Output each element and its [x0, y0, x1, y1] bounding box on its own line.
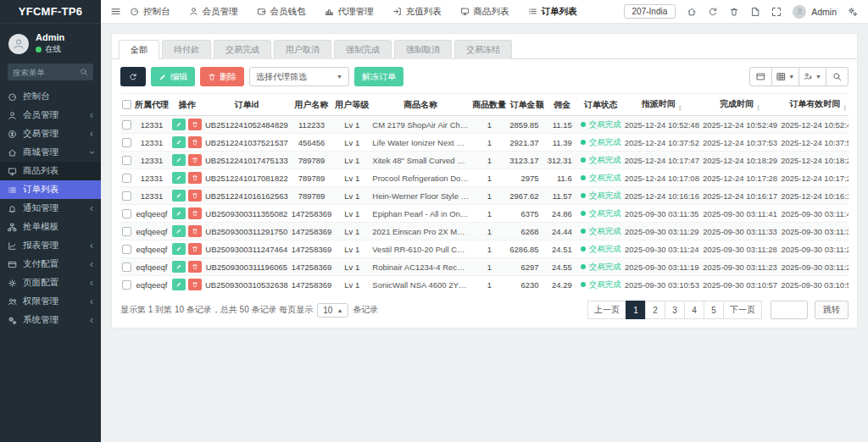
sidebar-item-orders[interactable]: 订单列表 — [0, 180, 101, 199]
next-page-button[interactable]: 下一页 — [723, 301, 762, 319]
row-checkbox[interactable] — [122, 262, 131, 272]
row-edit-button[interactable] — [172, 261, 186, 273]
search-toggle-button[interactable] — [826, 67, 849, 86]
page-jump-input[interactable] — [771, 301, 808, 319]
sort-icon[interactable]: ▲▼ — [756, 104, 760, 111]
column-header-complete_time[interactable]: 完成时间▲▼ — [701, 94, 779, 116]
edit-button[interactable]: 编辑 — [151, 67, 195, 86]
page-button-1[interactable]: 1 — [626, 301, 646, 319]
row-edit-button[interactable] — [172, 172, 186, 184]
export-button[interactable]: ▼ — [798, 67, 826, 86]
row-edit-button[interactable] — [172, 119, 186, 130]
tab-0[interactable]: 全部 — [119, 40, 159, 59]
row-checkbox[interactable] — [122, 209, 131, 218]
row-edit-button[interactable] — [172, 279, 186, 290]
sidebar-item-member[interactable]: 会员管理‹ — [0, 106, 101, 124]
row-checkbox[interactable] — [122, 120, 131, 130]
page-button-3[interactable]: 3 — [665, 301, 685, 319]
tab-4[interactable]: 强制完成 — [334, 40, 392, 59]
row-delete-button[interactable] — [188, 190, 202, 202]
select-all-checkbox[interactable] — [122, 100, 131, 109]
refresh-button[interactable] — [120, 67, 146, 86]
page-button-4[interactable]: 4 — [684, 301, 704, 319]
file-icon[interactable] — [750, 7, 760, 17]
sort-icon[interactable]: ▲▼ — [843, 104, 847, 111]
sidebar-item-report[interactable]: 报表管理‹ — [0, 236, 101, 255]
fullscreen-icon[interactable] — [771, 7, 782, 17]
delete-button[interactable]: 删除 — [200, 67, 244, 86]
sidebar-item-console[interactable]: 控制台 — [0, 87, 101, 106]
row-delete-button[interactable] — [188, 136, 202, 148]
unfreeze-orders-button[interactable]: 解冻订单 — [354, 67, 403, 86]
row-checkbox[interactable] — [122, 138, 131, 147]
row-delete-button[interactable] — [188, 207, 202, 219]
sidebar-item-system[interactable]: 系统管理‹ — [0, 311, 101, 329]
sidebar-item-pay[interactable]: 支付配置‹ — [0, 255, 101, 273]
tab-5[interactable]: 强制取消 — [394, 40, 452, 59]
row-delete-button[interactable] — [188, 154, 202, 166]
sidebar-item-perm[interactable]: 权限管理‹ — [0, 292, 101, 311]
page-jump-button[interactable]: 跳转 — [815, 301, 849, 319]
sort-icon[interactable]: ▲▼ — [678, 104, 682, 111]
page-button-2[interactable]: 2 — [645, 301, 665, 319]
tab-3[interactable]: 用户取消 — [274, 40, 331, 59]
column-header-assign_time[interactable]: 指派时间▲▼ — [623, 94, 701, 116]
page-size-select[interactable]: 10▲ — [317, 303, 348, 318]
nav-item-agent[interactable]: 代理管理 — [325, 6, 374, 18]
trash-icon — [208, 73, 216, 81]
sidebar-item-goods[interactable]: 商品列表 — [0, 162, 101, 180]
row-edit-button[interactable] — [172, 225, 186, 237]
sidebar-item-grab[interactable]: 抢单模板 — [0, 218, 101, 236]
row-checkbox[interactable] — [122, 156, 131, 165]
row-delete-button[interactable] — [188, 261, 202, 273]
toggle-view-button[interactable] — [749, 67, 772, 86]
refresh-icon[interactable] — [708, 7, 718, 17]
row-delete-button[interactable] — [188, 243, 202, 255]
row-delete-button[interactable] — [188, 172, 202, 184]
row-checkbox[interactable] — [122, 191, 131, 201]
row-checkbox[interactable] — [122, 227, 131, 236]
prev-page-button[interactable]: 上一页 — [587, 301, 626, 319]
columns-button[interactable]: ▼ — [771, 67, 799, 86]
row-edit-button[interactable] — [172, 207, 186, 219]
user-menu[interactable]: Admin — [793, 5, 837, 19]
row-edit-button[interactable] — [172, 154, 186, 166]
column-header-valid_time[interactable]: 订单有效时间▲▼ — [779, 94, 849, 116]
row-delete-button[interactable] — [188, 279, 202, 290]
home-icon[interactable] — [687, 7, 697, 17]
status-label: 交易完成 — [589, 137, 621, 148]
row-delete-button[interactable] — [188, 119, 202, 130]
sidebar-item-trade[interactable]: 交易管理‹ — [0, 124, 101, 143]
tab-6[interactable]: 交易冻结 — [454, 40, 512, 59]
row-checkbox[interactable] — [122, 280, 131, 290]
column-header-ops: 操作 — [170, 94, 203, 116]
nav-item-orders[interactable]: 订单列表 — [528, 6, 577, 18]
nav-item-console[interactable]: 控制台 — [130, 6, 170, 18]
region-button[interactable]: 207-India — [624, 4, 676, 19]
agent-filter-select[interactable]: 选择代理筛选▼ — [249, 67, 349, 86]
sidebar-item-page[interactable]: 页面配置‹ — [0, 273, 101, 292]
assign-time-cell: 2025-09-30 03:10:53 — [623, 276, 701, 294]
nav-item-recharge[interactable]: 充值列表 — [392, 6, 442, 18]
row-checkbox[interactable] — [122, 174, 131, 183]
row-edit-button[interactable] — [172, 190, 186, 202]
page-button-5[interactable]: 5 — [704, 301, 724, 319]
nav-item-wallet[interactable]: 会员钱包 — [257, 6, 306, 18]
row-checkbox[interactable] — [122, 245, 131, 254]
table-row: eqfqeeqfUB2509300311247464147258369Lv 1V… — [120, 240, 849, 258]
tab-2[interactable]: 交易完成 — [214, 40, 271, 59]
row-edit-button[interactable] — [172, 136, 186, 148]
sidebar-item-mall[interactable]: 商城管理‹ — [0, 143, 101, 162]
nav-item-goods[interactable]: 商品列表 — [460, 6, 509, 18]
chevron-left-icon: ‹ — [90, 203, 93, 213]
nav-item-member[interactable]: 会员管理 — [189, 6, 238, 18]
sidebar-toggle-button[interactable] — [101, 6, 130, 17]
trash-icon[interactable] — [729, 7, 739, 17]
sidebar-item-notify[interactable]: 通知管理‹ — [0, 199, 101, 218]
row-delete-button[interactable] — [188, 225, 202, 237]
sidebar-search-input[interactable] — [13, 68, 80, 77]
search-icon[interactable] — [80, 68, 88, 76]
settings-icon[interactable] — [848, 7, 858, 17]
tab-1[interactable]: 待付款 — [162, 40, 211, 59]
row-edit-button[interactable] — [172, 243, 186, 255]
